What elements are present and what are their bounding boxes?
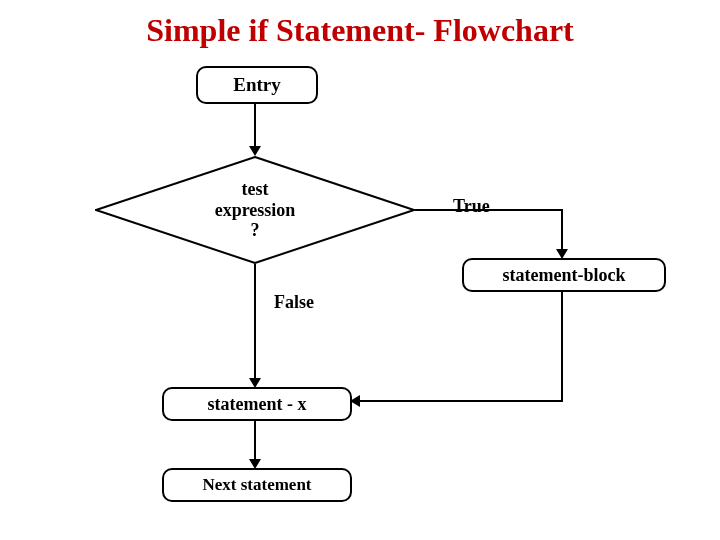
edge-merge-head (350, 395, 360, 407)
edge-merge-horiz (360, 400, 563, 402)
edge-true-vert (561, 209, 563, 249)
edge-to-next (254, 419, 256, 459)
node-statement-block: statement-block (462, 258, 666, 292)
edge-merge-vert (561, 290, 563, 402)
node-next-statement: Next statement (162, 468, 352, 502)
node-entry: Entry (196, 66, 318, 104)
edge-false-vert (254, 264, 256, 378)
node-decision: test expression ? (95, 156, 415, 264)
edge-entry-to-decision-head (249, 146, 261, 156)
label-false: False (274, 292, 314, 313)
page-title: Simple if Statement- Flowchart (0, 12, 720, 49)
node-statement-x: statement - x (162, 387, 352, 421)
edge-entry-to-decision (254, 102, 256, 146)
edge-true-horiz (415, 209, 563, 211)
label-true: True (453, 196, 490, 217)
